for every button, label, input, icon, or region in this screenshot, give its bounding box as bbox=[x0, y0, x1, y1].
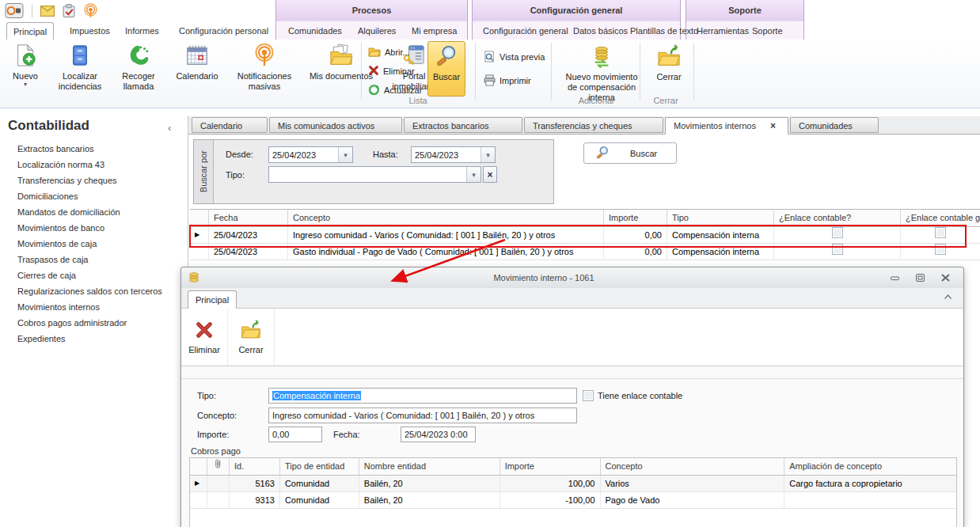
sidebar-item-expedientes[interactable]: Expedientes bbox=[17, 331, 162, 347]
table-row[interactable]: 9313 Comunidad Bailén, 20 -100,00 Pago d… bbox=[190, 492, 956, 509]
col-importe[interactable]: Importe bbox=[500, 458, 601, 475]
dialog-cerrar-button[interactable]: Cerrar bbox=[228, 309, 275, 366]
close-folder-icon bbox=[657, 44, 681, 70]
grid-header-row: Fecha Concepto Importe Tipo ¿Enlace cont… bbox=[190, 209, 980, 227]
abrir-button[interactable]: Abrir... bbox=[366, 44, 412, 60]
search-icon bbox=[435, 44, 458, 70]
tiene-enlace-checkbox[interactable] bbox=[583, 390, 594, 401]
dialog-eliminar-button[interactable]: Eliminar bbox=[181, 309, 228, 366]
refresh-icon bbox=[368, 84, 380, 97]
dialog-titlebar[interactable]: Movimiento interno - 1061 bbox=[181, 267, 963, 288]
filter-panel-tab[interactable]: Buscar por bbox=[194, 140, 214, 203]
sidebar-list: Extractos bancarios Localización norma 4… bbox=[17, 141, 162, 347]
ribbon-tab-configuracion-general[interactable]: Configuración general bbox=[477, 22, 575, 40]
table-row[interactable]: 25/04/2023 Gasto individual - Pago de Va… bbox=[190, 244, 980, 260]
ribbon-tab-principal[interactable]: Principal bbox=[6, 22, 54, 40]
desde-combo[interactable]: 25/04/2023 ▾ bbox=[268, 146, 353, 163]
sidebar-item-transferencias-cheques[interactable]: Transferencias y cheques bbox=[17, 173, 162, 188]
sidebar-item-mandatos-domiciliacion[interactable]: Mandatos de domiciliación bbox=[17, 204, 162, 220]
col-concepto[interactable]: Concepto bbox=[601, 458, 785, 475]
minimize-icon[interactable] bbox=[887, 272, 902, 283]
doc-tab-comunidades[interactable]: Comunidades bbox=[790, 117, 879, 133]
close-icon[interactable] bbox=[938, 272, 952, 283]
concepto-field-label: Concepto: bbox=[197, 411, 237, 420]
sidebar-item-extractos-bancarios[interactable]: Extractos bancarios bbox=[17, 141, 162, 157]
eliminar-button[interactable]: Eliminar bbox=[366, 63, 417, 79]
ribbon-tab-comunidades[interactable]: Comunidades bbox=[282, 22, 348, 40]
tipo-combo[interactable]: ▾ bbox=[268, 166, 481, 183]
localizar-incidencias-button[interactable]: Localizar incidencias bbox=[49, 40, 111, 94]
col-nombre-entidad[interactable]: Nombre entidad bbox=[359, 458, 500, 475]
close-tab-icon[interactable]: × bbox=[770, 121, 776, 131]
enlace-gestor-checkbox[interactable] bbox=[935, 227, 946, 238]
col-ampliacion[interactable]: Ampliación de concepto bbox=[784, 458, 956, 475]
vista-previa-button[interactable]: Vista previa bbox=[481, 49, 547, 65]
recoger-llamada-button[interactable]: Recoger llamada bbox=[111, 40, 166, 94]
sidebar-item-domiciliaciones[interactable]: Domiciliaciones bbox=[17, 188, 162, 204]
ribbon-tab-mi-empresa[interactable]: Mi empresa bbox=[405, 22, 463, 40]
dropdown-icon[interactable]: ▾ bbox=[466, 167, 481, 182]
cerrar-button[interactable]: Cerrar bbox=[644, 41, 693, 85]
sidebar-item-cobros-pagos-administrador[interactable]: Cobros pagos administrador bbox=[17, 315, 162, 331]
ribbon-tab-alquileres[interactable]: Alquileres bbox=[351, 22, 402, 40]
tipo-field[interactable]: Compensación interna bbox=[268, 388, 577, 404]
mail-icon[interactable] bbox=[40, 6, 55, 17]
enlace-contable-checkbox[interactable] bbox=[832, 227, 843, 238]
ribbon-tab-soporte[interactable]: Soporte bbox=[746, 22, 789, 40]
restore-icon[interactable] bbox=[913, 272, 927, 283]
col-id[interactable]: Id. bbox=[230, 458, 280, 475]
ribbon-tab-impuestos[interactable]: Impuestos bbox=[63, 22, 116, 40]
dialog-tab-principal[interactable]: Principal bbox=[188, 290, 237, 309]
col-enlace-gestor[interactable]: ¿Enlace contable gestor patrimo bbox=[901, 210, 980, 226]
tasks-icon[interactable] bbox=[63, 4, 75, 17]
app-icon[interactable] bbox=[5, 2, 24, 19]
importe-field[interactable]: 0,00 bbox=[268, 427, 322, 442]
sidebar-item-localizacion-norma-43[interactable]: Localización norma 43 bbox=[17, 157, 162, 173]
fecha-field[interactable]: 25/04/2023 0:00 bbox=[401, 427, 476, 442]
filter-buscar-button[interactable]: Buscar bbox=[583, 142, 677, 164]
dialog-toolbar: Eliminar Cerrar bbox=[181, 309, 963, 366]
ribbon-tab-informes[interactable]: Informes bbox=[119, 22, 165, 40]
col-importe[interactable]: Importe bbox=[604, 210, 667, 226]
sidebar-item-movimientos-internos[interactable]: Movimientos internos bbox=[17, 299, 162, 315]
clear-filter-button[interactable]: × bbox=[483, 166, 497, 183]
sidebar-item-regularizaciones[interactable]: Regularizaciones saldos con terceros bbox=[17, 283, 162, 299]
table-row[interactable]: ▶ 25/04/2023 Ingreso comunidad - Varios … bbox=[190, 227, 980, 244]
enlace-contable-checkbox[interactable] bbox=[832, 244, 843, 255]
col-enlace-contable[interactable]: ¿Enlace contable? bbox=[774, 210, 901, 226]
preview-icon bbox=[484, 51, 496, 64]
collapse-ribbon-icon[interactable] bbox=[944, 292, 952, 301]
dropdown-icon: ▾ bbox=[24, 82, 27, 87]
dropdown-icon[interactable]: ▾ bbox=[338, 147, 352, 162]
dialog-title: Movimiento interno - 1061 bbox=[200, 273, 887, 282]
imprimir-button[interactable]: Imprimir bbox=[481, 73, 534, 89]
table-row[interactable]: ▶ 5163 Comunidad Bailén, 20 100,00 Vario… bbox=[190, 476, 956, 492]
doc-tab-mis-comunicados[interactable]: Mis comunicados activos bbox=[269, 117, 402, 133]
dropdown-icon[interactable]: ▾ bbox=[481, 147, 495, 162]
notificaciones-masivas-button[interactable]: Notificaciones masivas bbox=[228, 40, 301, 94]
doc-tab-calendario[interactable]: Calendario bbox=[192, 117, 268, 133]
ribbon-tab-configuracion-personal[interactable]: Configuración personal bbox=[173, 22, 275, 40]
calendario-button[interactable]: Calendario bbox=[166, 40, 228, 84]
sidebar-item-movimientos-banco[interactable]: Movimientos de banco bbox=[17, 220, 162, 236]
hasta-combo[interactable]: 25/04/2023 ▾ bbox=[411, 146, 496, 163]
buscar-button[interactable]: Buscar bbox=[427, 41, 465, 97]
enlace-gestor-checkbox[interactable] bbox=[935, 244, 946, 255]
concepto-field[interactable]: Ingreso comunidad - Varios ( Comunidad: … bbox=[268, 408, 577, 423]
nuevo-button[interactable]: Nuevo ▾ bbox=[2, 40, 49, 89]
group-separator bbox=[693, 43, 694, 100]
sidebar-item-movimientos-caja[interactable]: Movimientos de caja bbox=[17, 236, 162, 252]
sidebar-item-traspasos-caja[interactable]: Traspasos de caja bbox=[17, 252, 162, 267]
group-separator bbox=[361, 43, 362, 100]
document-tab-strip: Calendario Mis comunicados activos Extra… bbox=[188, 116, 980, 135]
broadcast-icon[interactable] bbox=[83, 3, 98, 18]
sidebar-collapse-icon[interactable]: ‹ bbox=[168, 122, 171, 134]
col-fecha[interactable]: Fecha bbox=[209, 210, 288, 226]
doc-tab-extractos-bancarios[interactable]: Extractos bancarios bbox=[404, 117, 522, 133]
col-concepto[interactable]: Concepto bbox=[288, 210, 604, 226]
doc-tab-movimientos-internos[interactable]: Movimientos internos × bbox=[665, 117, 788, 135]
doc-tab-transferencias-cheques[interactable]: Transferencias y cheques bbox=[524, 117, 663, 133]
col-tipo[interactable]: Tipo bbox=[667, 210, 774, 226]
col-tipo-entidad[interactable]: Tipo de entidad bbox=[280, 458, 359, 475]
sidebar-item-cierres-caja[interactable]: Cierres de caja bbox=[17, 267, 162, 283]
